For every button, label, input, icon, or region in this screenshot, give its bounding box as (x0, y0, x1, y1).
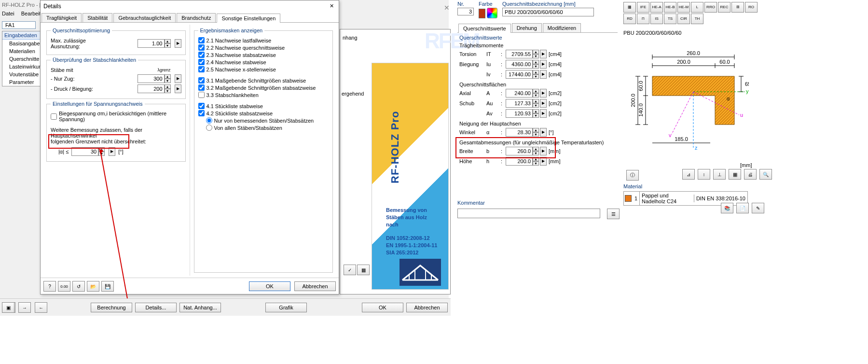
alpha-input[interactable]: ▲▼ (71, 147, 105, 156)
stueckliste-radio[interactable]: Von allen Stäben/Stabsätzen (198, 125, 329, 131)
profile-icon[interactable]: HE-B (664, 2, 676, 13)
stueckliste-radio[interactable]: Nur von bemessenden Stäben/Stabsätzen (198, 117, 329, 124)
breite-input[interactable]: ▲▼ (506, 147, 539, 155)
anhang-label[interactable]: nhang (343, 35, 358, 41)
arrow-right-icon[interactable]: ▶ (175, 39, 181, 48)
reset-icon[interactable]: ↺ (72, 281, 85, 292)
tab-modifizieren[interactable]: Modifizieren (543, 23, 581, 32)
result-checkbox[interactable]: 2.2 Nachweise querschnittsweise (198, 44, 329, 51)
arrow-right-icon[interactable]: ▶ (540, 109, 547, 118)
result-checkbox[interactable]: 4.1 Stückliste stabweise (198, 103, 329, 109)
arrow-right-icon[interactable]: ▶ (540, 50, 547, 58)
corner-icon[interactable]: ← (35, 302, 47, 313)
spin-down-icon[interactable]: ▼ (165, 43, 171, 48)
help-icon[interactable]: ? (43, 281, 56, 292)
result-checkbox[interactable]: 2.1 Nachweise lastfallweise (198, 37, 329, 43)
kommentar-pick-icon[interactable]: ☰ (607, 209, 620, 219)
load-icon[interactable]: 📂 (87, 281, 99, 292)
kommentar-input[interactable] (457, 209, 600, 218)
result-checkbox[interactable]: 2.5 Nachweise x-stellenweise (198, 66, 329, 72)
nr-input[interactable] (457, 8, 474, 15)
hoehe-input[interactable]: ▲▼ (506, 157, 539, 166)
mat-lib-icon[interactable]: 📚 (721, 203, 733, 213)
arrow-right-icon[interactable]: ▶ (175, 84, 181, 93)
arrow-right-icon[interactable]: ▶ (540, 147, 547, 155)
arrow-right-icon[interactable]: ▶ (540, 70, 547, 79)
result-checkbox[interactable]: 3.2 Maßgebende Schnittgrößen stabsatzwei… (198, 84, 329, 91)
tab-drehung[interactable]: Drehung (512, 23, 542, 32)
view-icon[interactable]: ↕ (698, 169, 710, 180)
save-icon[interactable]: 💾 (101, 281, 114, 292)
view-icon[interactable]: 🖨 (744, 169, 757, 180)
result-checkbox[interactable]: 4.2 Stückliste stabsatzweise (198, 110, 329, 116)
nur-zug-input[interactable]: ▲▼ (138, 74, 171, 83)
profile-icon[interactable]: HE-A (650, 2, 663, 13)
profile-icon[interactable]: TH (691, 14, 703, 24)
profile-icon[interactable]: IFE (637, 2, 649, 13)
tab-stabilitaet[interactable]: Stabilität (83, 13, 112, 22)
a-input[interactable]: ▲▼ (506, 89, 539, 98)
mat-edit-icon[interactable]: ✎ (752, 203, 764, 213)
profile-icon[interactable]: ⊞ (731, 2, 744, 13)
ok-button[interactable]: OK (362, 303, 403, 312)
profile-icon[interactable]: RD (623, 14, 636, 24)
profile-icon[interactable]: Π (637, 14, 649, 24)
torsion-input[interactable]: ▲▼ (506, 50, 539, 58)
iu-input[interactable]: ▲▼ (506, 60, 539, 69)
ok-button[interactable]: OK (249, 281, 290, 291)
grafik-button[interactable]: Grafik (265, 303, 307, 312)
arrow-right-icon[interactable]: ▶ (109, 147, 115, 156)
au-input[interactable]: ▲▼ (506, 99, 539, 108)
result-checkbox[interactable]: 3.3 Stabschlankheiten (198, 92, 329, 98)
tab-tragfaehigkeit[interactable]: Tragfähigkeit (41, 13, 82, 22)
profile-icon[interactable]: HE-M (677, 2, 690, 13)
view-icon[interactable]: 🔍 (759, 169, 772, 180)
info-icon[interactable]: ⓘ (626, 170, 639, 181)
grid-icon[interactable]: ▦ (357, 265, 370, 275)
winkel-input[interactable]: ▲▼ (506, 128, 539, 137)
color-picker-icon[interactable] (487, 8, 497, 18)
nat-anhang-button[interactable]: Nat. Anhang... (179, 303, 221, 312)
arrow-right-icon[interactable]: ▶ (540, 89, 547, 98)
arrow-right-icon[interactable]: ▶ (175, 74, 181, 83)
corner-icon[interactable]: ▣ (2, 302, 14, 313)
mat-new-icon[interactable]: 📄 (736, 203, 749, 213)
av-input[interactable]: ▲▼ (506, 109, 539, 118)
fa1-field[interactable]: FA1 (2, 21, 36, 29)
iv-input[interactable]: ▲▼ (506, 70, 539, 79)
result-checkbox[interactable]: 3.1 Maßgebende Schnittgrößen stabweise (198, 77, 329, 84)
profile-icon[interactable]: L (691, 2, 703, 13)
berechnung-button[interactable]: Berechnung (91, 303, 132, 312)
tab-sonstige[interactable]: Sonstige Einstellungen (217, 14, 280, 23)
profile-icon[interactable]: REC (718, 2, 730, 13)
result-checkbox[interactable]: 2.4 Nachweise stabweise (198, 59, 329, 65)
units-icon[interactable]: 0.00 (58, 281, 70, 292)
view-icon[interactable]: ▦ (729, 169, 741, 180)
profile-icon[interactable]: TS (664, 14, 676, 24)
bezeichnung-input[interactable] (502, 8, 594, 16)
view-icon[interactable]: ⊥ (713, 169, 726, 180)
tab-brandschutz[interactable]: Brandschutz (177, 13, 216, 22)
biegespannung-checkbox[interactable]: Biegespannung σm,i berücksichtigen (mitt… (51, 111, 181, 122)
profile-icon[interactable]: RRO (704, 2, 717, 13)
profile-icon[interactable]: ▦ (623, 2, 636, 13)
profile-icon[interactable]: CIR (677, 14, 690, 24)
menu-item[interactable]: Datei (2, 11, 14, 16)
close-icon[interactable]: ✕ (444, 4, 450, 12)
corner-icon[interactable]: → (18, 302, 31, 313)
cancel-button[interactable]: Abbrechen (294, 281, 336, 291)
tab-gebrauch[interactable]: Gebrauchstauglichkeit (113, 13, 176, 22)
profile-icon[interactable]: IS (650, 14, 663, 24)
arrow-right-icon[interactable]: ▶ (540, 60, 547, 69)
profile-icon[interactable]: RO (745, 2, 758, 13)
tab-qswerte[interactable]: Querschnittswerte (458, 24, 511, 33)
spin-up-icon[interactable]: ▲ (165, 39, 171, 43)
view-icon[interactable]: ⊿ (682, 169, 695, 180)
color-swatch[interactable] (479, 9, 485, 18)
arrow-right-icon[interactable]: ▶ (540, 99, 547, 108)
max-ausnutzung-input[interactable]: ▲▼ (138, 39, 171, 48)
check-icon[interactable]: ✓ (344, 265, 356, 275)
close-icon[interactable]: ✕ (327, 2, 336, 10)
druck-input[interactable]: ▲▼ (138, 84, 171, 93)
details-button[interactable]: Details... (135, 303, 177, 312)
